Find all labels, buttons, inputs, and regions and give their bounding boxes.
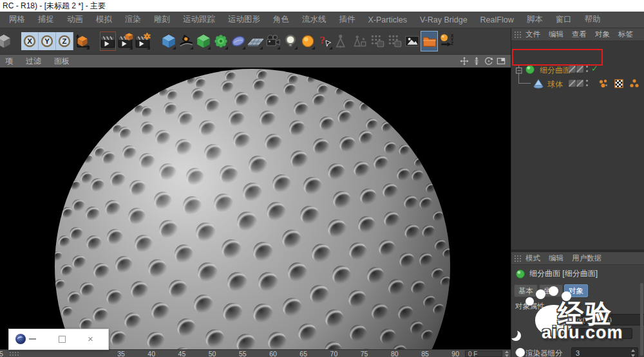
object-manager-grip[interactable]	[514, 31, 522, 38]
menu-item-8[interactable]: 角色	[267, 14, 296, 25]
object-manager-menu-3[interactable]: 对象	[595, 30, 610, 39]
value-stepper[interactable]	[630, 349, 636, 357]
toolbar-camera[interactable]	[264, 31, 281, 51]
menu-item-6[interactable]: 运动跟踪	[176, 14, 222, 25]
menu-item-9[interactable]: 流水线	[296, 14, 333, 25]
model-tool-cube-icon	[0, 33, 12, 50]
renderer-subdivision-field[interactable]: 3	[571, 347, 638, 357]
visibility-dot[interactable]	[586, 66, 588, 68]
toolbar-deformer-tools[interactable]	[212, 31, 229, 51]
toolbar-coordinates-manager[interactable]: XYZ	[438, 31, 455, 51]
object-name-label[interactable]: 球体	[547, 79, 563, 90]
visibility-dot[interactable]	[586, 70, 588, 72]
viewport-menu-item-0[interactable]: 项	[5, 56, 13, 67]
toolbar-coordinate-system[interactable]	[73, 31, 91, 51]
menu-item-0[interactable]: 网格	[3, 14, 32, 25]
current-frame-field[interactable]: 0 F	[465, 351, 502, 357]
toolbar-lock-z-axis[interactable]: Z	[56, 32, 73, 50]
visibility-toggle[interactable]	[576, 66, 583, 73]
menu-item-4[interactable]: 渲染	[118, 14, 147, 25]
viewport-nav-pan-icon[interactable]	[459, 57, 469, 66]
toolbar-render-settings[interactable]	[134, 31, 151, 51]
tab-对象[interactable]: 对象	[564, 284, 588, 297]
object-manager-menu-0[interactable]: 文件	[526, 30, 540, 39]
viewport-nav-zoom-icon[interactable]	[471, 57, 481, 66]
toolbar-model-tool-cube[interactable]	[0, 31, 13, 51]
viewport-menu-item-1[interactable]: 过滤	[26, 56, 41, 67]
toolbar-spline-primitive[interactable]	[229, 31, 247, 51]
menu-item-14[interactable]: 脚本	[520, 14, 549, 25]
renderer-subdivision-label: 渲染器细分	[526, 349, 563, 357]
sphere-vignette-overlay	[55, 69, 450, 349]
phong-tag-icon[interactable]	[598, 78, 609, 89]
toolbar-cloth-grid-b[interactable]	[386, 31, 403, 51]
toolbar-light[interactable]	[281, 31, 299, 51]
menu-item-3[interactable]: 模拟	[90, 14, 118, 25]
viewport-nav-toggle-layout-icon[interactable]	[496, 57, 506, 66]
attribute-manager-menu-0[interactable]: 模式	[526, 253, 540, 263]
menu-item-12[interactable]: V-Ray Bridge	[413, 15, 474, 24]
menu-item-10[interactable]: 插件	[333, 14, 362, 25]
viewport-3d[interactable]	[0, 68, 511, 349]
menu-item-1[interactable]: 捕捉	[32, 14, 61, 25]
attribute-manager-menu-2[interactable]: 用户数据	[572, 253, 601, 263]
keyframe-radio-icon[interactable]	[515, 349, 522, 356]
object-manager-menu-2[interactable]: 查看	[572, 30, 587, 39]
attribute-scrollbar[interactable]	[640, 283, 643, 356]
toolbar-help-commander[interactable]: ?	[316, 31, 334, 51]
toolbar-freehand-spline[interactable]	[177, 31, 194, 51]
attribute-manager-menu-1[interactable]: 编辑	[549, 253, 564, 263]
maximize-button[interactable]	[59, 336, 66, 343]
toolbar-subdivision-surface-generator[interactable]	[194, 31, 212, 51]
tab-基本[interactable]: 基本	[514, 284, 538, 297]
visibility-dot[interactable]	[586, 84, 588, 86]
sphere-dimple	[268, 332, 287, 349]
toolbar-content-browser[interactable]	[421, 31, 438, 51]
menu-item-16[interactable]: 帮助	[578, 14, 607, 25]
menu-item-2[interactable]: 动画	[61, 14, 90, 25]
toolbar-character-tools[interactable]	[334, 31, 351, 51]
timeline-grip[interactable]	[9, 351, 19, 356]
floating-window-titlebar[interactable]: ×	[8, 329, 109, 350]
uvw-tag-icon[interactable]	[614, 78, 624, 89]
object-manager-menu-4[interactable]: 标签	[618, 30, 633, 39]
menu-item-5[interactable]: 雕刻	[147, 14, 176, 25]
toolbar-group-1: XYZ	[21, 31, 91, 51]
timeline-ruler[interactable]: 5 0 F 354045505560657075808590	[0, 349, 511, 357]
toolbar-cloth-grid-a[interactable]	[368, 31, 386, 51]
object-manager[interactable]: 细分曲面✓球体	[511, 41, 644, 250]
toolbar-lock-x-axis[interactable]: X	[21, 32, 39, 50]
editor-subdivision-field[interactable]	[571, 328, 632, 339]
toolbar-sky[interactable]	[299, 31, 316, 51]
visibility-toggle[interactable]	[576, 80, 583, 87]
svg-text:Z: Z	[451, 41, 453, 46]
visibility-toggle[interactable]	[569, 66, 576, 73]
object-row-球体[interactable]: 球体	[511, 77, 644, 91]
minimize-button[interactable]	[29, 338, 36, 340]
toolbar-add-cube-primitive[interactable]	[160, 31, 177, 51]
frame-stepper[interactable]	[504, 351, 510, 357]
subdivision-type-dropdown[interactable]: Catmull-Clark(N-Gons)	[571, 314, 644, 325]
object-row-细分曲面[interactable]: 细分曲面✓	[511, 62, 644, 77]
menu-item-11[interactable]: X-Particles	[362, 15, 413, 24]
menu-item-7[interactable]: 运动图形	[222, 14, 267, 25]
close-button[interactable]: ×	[88, 332, 93, 346]
enabled-check-icon[interactable]: ✓	[591, 64, 598, 73]
toolbar-render-to-picture-viewer[interactable]	[117, 31, 134, 51]
tab-坐标[interactable]: 坐标	[539, 284, 563, 297]
viewport-nav-rotate-icon[interactable]	[484, 57, 493, 66]
toolbar-lock-y-axis[interactable]: Y	[39, 32, 56, 50]
toolbar-picture-viewer[interactable]	[403, 31, 421, 51]
menu-item-13[interactable]: RealFlow	[474, 15, 520, 24]
object-manager-menu-1[interactable]: 编辑	[549, 30, 564, 39]
toolbar-floor-environment[interactable]	[247, 31, 264, 51]
visibility-toggle[interactable]	[569, 80, 576, 87]
toolbar-render-view[interactable]	[99, 31, 117, 51]
object-name-label[interactable]: 细分曲面	[540, 65, 571, 76]
attribute-manager-grip[interactable]	[514, 255, 522, 262]
toolbar-joint-tools[interactable]	[351, 31, 368, 51]
polygon-selection-tag-icon[interactable]	[629, 78, 639, 89]
menu-item-15[interactable]: 窗口	[549, 14, 578, 25]
viewport-menu-item-2[interactable]: 面板	[54, 56, 70, 67]
visibility-dot[interactable]	[586, 80, 588, 82]
